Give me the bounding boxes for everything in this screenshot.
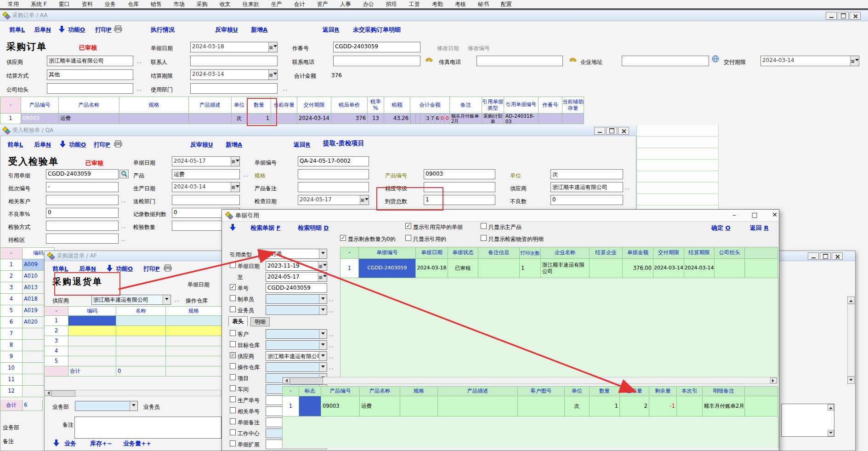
dialog-maximize-button[interactable]: □ xyxy=(750,211,759,218)
menu-item[interactable]: 资料 xyxy=(76,0,99,8)
dlg-op-wh-combo[interactable] xyxy=(266,362,327,372)
po-use-dept-input[interactable] xyxy=(190,83,278,94)
po-supplier-browse[interactable]: .. xyxy=(137,58,142,64)
chevron-down-icon[interactable] xyxy=(319,363,327,371)
po-print-button[interactable]: 打印P xyxy=(95,26,112,34)
af-maximize-button[interactable] xyxy=(820,252,831,260)
af-volume-button[interactable]: 业务量++ xyxy=(123,440,151,448)
dlg-maker-combo[interactable] xyxy=(266,294,327,304)
dlg-supplier-checkbox[interactable] xyxy=(230,352,236,358)
scroll-right-icon[interactable] xyxy=(770,377,777,383)
qa-add-button[interactable]: 新增A xyxy=(226,141,242,149)
po-pending-detail-button[interactable]: 未交采购订单明细 xyxy=(353,26,401,34)
qa-check-date-input[interactable]: 2024-05-17▦ xyxy=(298,195,369,205)
po-supplier-input[interactable]: 浙江顺丰速运有限公司 xyxy=(47,56,133,66)
dlg-maker-checkbox[interactable] xyxy=(230,295,236,301)
qa-func-button[interactable]: 功能O xyxy=(69,141,86,149)
dlg-bottom-table-row[interactable]: 1 09003 运费 次 1 2 -1 顺丰月付账单2月 xyxy=(282,396,778,417)
af-supplier-browse[interactable]: .. xyxy=(175,297,180,303)
menu-item[interactable]: 往来款 xyxy=(237,0,265,8)
po-prev-button[interactable]: 前单L xyxy=(9,26,25,34)
dlg-target-wh-checkbox[interactable] xyxy=(230,341,236,347)
dlg-check-show-finished[interactable] xyxy=(405,223,411,229)
scrollbar-thumb[interactable] xyxy=(51,390,75,397)
dlg-search-doc-button[interactable]: 检索单据 F xyxy=(250,224,280,232)
dlg-prod-no-checkbox[interactable] xyxy=(230,396,236,402)
qa-rel-cust-browse[interactable]: .. xyxy=(121,198,126,204)
dlg-back-button[interactable]: 返回 R xyxy=(750,224,769,232)
menu-item[interactable]: 业务 xyxy=(99,0,122,8)
ref-dialog-titlebar[interactable]: 单据引用 xyxy=(222,210,779,222)
af-grid-row[interactable]: 3 xyxy=(44,336,222,346)
qa-prev-button[interactable]: 前单L xyxy=(7,141,23,149)
dlg-search-detail-button[interactable]: 检索明细 D xyxy=(298,224,329,232)
po-address-input[interactable] xyxy=(622,56,709,66)
dialog-close-button[interactable]: ✕ xyxy=(770,211,779,218)
po-fax-input[interactable] xyxy=(477,56,563,66)
af-supplier-combo[interactable]: 浙江顺丰速运有限公司 xyxy=(91,295,171,305)
menu-item[interactable]: 考核 xyxy=(449,0,472,8)
af-note-input[interactable] xyxy=(74,417,221,439)
po-unaudit-button[interactable]: 反审核U xyxy=(215,26,238,34)
menu-item[interactable]: 窗口 xyxy=(53,0,76,8)
dlg-check-only-ref[interactable] xyxy=(405,235,411,241)
browse-dots[interactable]: .. xyxy=(329,308,334,314)
dlg-check-main-product[interactable] xyxy=(481,223,487,229)
dlg-top-table-row[interactable]: 1 CGDD-2403059 2024-03-18 已审核 1 浙江顺丰速运有限… xyxy=(340,259,778,278)
menu-item[interactable]: 销售 xyxy=(145,0,168,8)
po-doc-no-input[interactable]: CGDD-2403059 xyxy=(333,42,420,52)
calendar-dropdown-icon[interactable]: ▦ xyxy=(360,195,369,205)
dlg-no-input[interactable]: CGDD-2403059 xyxy=(266,283,327,293)
af-grid-row[interactable]: 4 xyxy=(44,346,222,356)
po-exec-button[interactable]: 执行情况 xyxy=(151,26,175,34)
qa-extract-button[interactable]: 提取-质检项目 xyxy=(323,139,364,148)
qa-supplier-browse[interactable]: .. xyxy=(625,185,630,191)
dlg-salesman-checkbox[interactable] xyxy=(230,306,236,312)
calendar-dropdown-icon[interactable]: ▦ xyxy=(850,56,859,66)
af-biz-button[interactable]: 业务 xyxy=(64,440,76,448)
dlg-customer-combo[interactable] xyxy=(266,329,327,339)
af-right-note-box[interactable] xyxy=(781,404,834,437)
po-settle-method-input[interactable]: 其他 xyxy=(47,69,133,80)
browse-dots[interactable]: .. xyxy=(329,354,334,360)
dlg-workshop-checkbox[interactable] xyxy=(230,385,236,391)
qa-minimize-button[interactable] xyxy=(594,127,605,135)
dlg-tab-detail[interactable]: 明细 xyxy=(250,317,270,326)
af-grid-row[interactable]: 2 xyxy=(44,326,222,336)
qa-supplier-input[interactable]: 浙江顺丰速运有限公司 xyxy=(550,182,623,192)
menu-item[interactable]: 生产 xyxy=(265,0,288,8)
qa-wait-area-browse[interactable]: .. xyxy=(121,236,126,242)
qa-bad-rate-input[interactable]: 0 xyxy=(46,208,119,218)
qa-prod-date-input[interactable]: 2024-03-14▦ xyxy=(172,182,240,192)
calendar-dropdown-icon[interactable]: ▦ xyxy=(231,157,239,166)
menu-item[interactable]: 收支 xyxy=(214,0,237,8)
dlg-op-wh-checkbox[interactable] xyxy=(230,363,236,369)
qa-unit-input[interactable]: 次 xyxy=(550,169,623,179)
dlg-no-checkbox[interactable] xyxy=(230,284,236,290)
af-minimize-button[interactable] xyxy=(808,252,819,260)
printer-icon[interactable] xyxy=(164,264,172,272)
phone-icon[interactable] xyxy=(569,55,577,63)
qa-maximize-button[interactable] xyxy=(606,127,617,135)
browse-dots[interactable]: .. xyxy=(329,343,334,348)
dlg-rel-no-checkbox[interactable] xyxy=(230,407,236,413)
dlg-ok-button[interactable]: 确定 O xyxy=(711,224,731,232)
dlg-date-from-input[interactable]: 2023-11-19▦ xyxy=(266,261,327,271)
dialog-minimize-button[interactable]: – xyxy=(730,211,739,218)
calendar-dropdown-icon[interactable]: ▦ xyxy=(318,262,327,270)
chevron-down-icon[interactable] xyxy=(130,401,137,411)
menu-item[interactable]: 办公 xyxy=(357,0,380,8)
dlg-date-to-input[interactable]: 2024-05-17▦ xyxy=(266,272,327,282)
qa-wait-area-input[interactable] xyxy=(46,234,119,244)
qa-ref-doc-input[interactable]: CGDD-2403059 xyxy=(46,169,119,179)
af-v-scrollbar[interactable] xyxy=(847,304,855,377)
chevron-down-icon[interactable] xyxy=(319,249,327,258)
menu-item[interactable]: 仓库 xyxy=(122,0,145,8)
dlg-work-center-checkbox[interactable] xyxy=(230,429,236,435)
po-company-head-browse[interactable]: .. xyxy=(137,86,142,92)
dlg-ref-type-combo[interactable]: 采购订单 xyxy=(258,249,327,259)
scroll-left-icon[interactable] xyxy=(283,377,289,383)
scrollbar-thumb[interactable] xyxy=(290,377,323,384)
menu-item[interactable]: 会计 xyxy=(288,0,311,8)
qa-close-button[interactable] xyxy=(618,127,629,135)
